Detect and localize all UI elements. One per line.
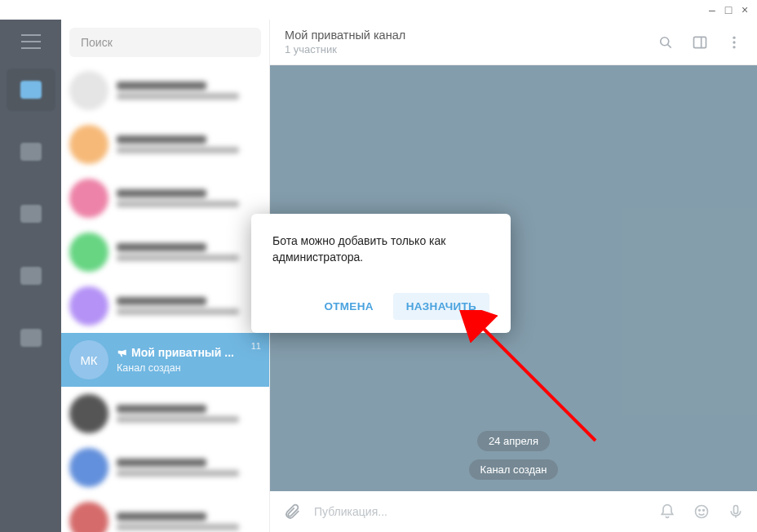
rail-item-2[interactable] (7, 131, 55, 173)
search-icon[interactable] (657, 34, 674, 51)
date-pill: 24 апреля (477, 431, 550, 451)
conversation-title: Мой приватный канал (285, 29, 405, 42)
confirm-button[interactable]: НАЗНАЧИТЬ (393, 293, 489, 320)
window-maximize-button[interactable]: □ (723, 4, 734, 16)
svg-point-5 (733, 41, 735, 43)
message-composer: Публикация... (270, 491, 757, 532)
cancel-button[interactable]: ОТМЕНА (311, 293, 386, 320)
attach-icon[interactable] (283, 503, 301, 521)
rail-item-4[interactable] (7, 255, 55, 297)
rail-item-all[interactable] (7, 69, 55, 111)
chat-row[interactable] (61, 441, 269, 494)
window-close-button[interactable]: × (739, 4, 750, 16)
chat-time: 11 (251, 341, 261, 351)
left-rail (0, 20, 61, 532)
menu-button[interactable] (21, 34, 41, 49)
window-minimize-button[interactable]: – (706, 4, 718, 16)
svg-point-0 (661, 37, 669, 45)
chat-row[interactable] (61, 64, 269, 117)
chat-row[interactable] (61, 279, 269, 333)
bell-icon[interactable] (659, 503, 675, 520)
chat-row[interactable] (61, 225, 269, 279)
chat-row[interactable] (61, 387, 269, 441)
sidepanel-icon[interactable] (692, 34, 708, 51)
chat-row[interactable] (61, 494, 269, 532)
svg-point-9 (703, 510, 705, 512)
composer-input[interactable]: Публикация... (314, 505, 646, 518)
chat-title: Мой приватный ... (131, 346, 234, 359)
chat-row[interactable] (61, 171, 269, 225)
mic-icon[interactable] (728, 503, 744, 520)
chat-row[interactable] (61, 117, 269, 171)
emoji-icon[interactable] (693, 503, 710, 520)
svg-point-8 (699, 510, 701, 512)
svg-rect-2 (694, 37, 706, 47)
dialog-message: Бота можно добавить только как администр… (272, 233, 489, 265)
conversation-header: Мой приватный канал 1 участник (270, 20, 757, 65)
svg-point-4 (733, 36, 735, 38)
megaphone-icon (117, 347, 128, 358)
window-titlebar: – □ × (0, 0, 757, 20)
avatar: МК (69, 340, 108, 379)
system-message-pill: Канал создан (469, 459, 559, 480)
confirm-dialog: Бота можно добавить только как администр… (251, 214, 511, 333)
search-input[interactable] (69, 28, 261, 57)
conversation-subtitle: 1 участник (285, 43, 405, 55)
more-icon[interactable] (726, 34, 742, 51)
rail-item-5[interactable] (7, 317, 55, 359)
chat-subtitle: Канал создан (117, 362, 261, 374)
chat-row-active[interactable]: МК Мой приватный ... Канал создан 11 (61, 333, 269, 387)
rail-item-3[interactable] (7, 193, 55, 235)
svg-rect-10 (734, 506, 738, 514)
svg-point-7 (696, 506, 708, 518)
svg-line-1 (668, 44, 671, 47)
svg-point-6 (733, 46, 735, 48)
chat-list: МК Мой приватный ... Канал создан 11 (61, 20, 270, 532)
